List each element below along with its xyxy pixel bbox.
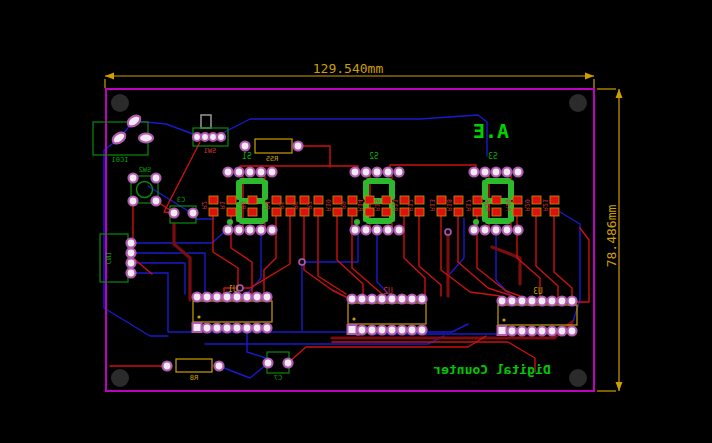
smd-pad: [314, 196, 323, 204]
through-hole-pad: [384, 226, 393, 235]
through-hole-pad: [233, 324, 242, 333]
smd-pad: [286, 196, 295, 204]
mount-hole: [111, 94, 129, 112]
pin1-dot: [352, 317, 355, 320]
through-hole-pad: [518, 327, 527, 336]
through-hole-pad: [418, 326, 427, 335]
through-hole-pad: [243, 293, 252, 302]
smd-pad: [454, 208, 463, 216]
through-hole-pad: [246, 168, 255, 177]
through-hole-pad: [558, 297, 567, 306]
pin1-dot: [502, 318, 505, 321]
through-hole-pad: [395, 168, 404, 177]
through-hole-pad: [268, 226, 277, 235]
display-segment: [236, 202, 242, 222]
smd-pad: [550, 208, 559, 216]
through-hole-pad: [253, 324, 262, 333]
through-hole-pad: [257, 226, 266, 235]
through-hole-pad: [408, 295, 417, 304]
smd-pad: [492, 208, 501, 216]
smd-pad: [333, 196, 342, 204]
through-hole-pad: [398, 295, 407, 304]
mount-hole: [111, 369, 129, 387]
display-segment: [366, 218, 392, 224]
display-segment: [239, 218, 265, 224]
smd-pad: [550, 196, 559, 204]
display-segment: [366, 178, 392, 184]
smd-pad: [300, 196, 309, 204]
through-hole-pad: [481, 168, 490, 177]
dip-ic-outline: [193, 301, 272, 322]
smd-pad: [513, 208, 522, 216]
display-segment: [239, 178, 265, 184]
board-outline: [106, 89, 594, 391]
display-decimal-point: [473, 219, 479, 225]
through-hole-pad: [362, 226, 371, 235]
smd-pad: [415, 196, 424, 204]
component-sw1: [193, 115, 228, 146]
through-hole-pad: [528, 297, 537, 306]
pin1-square-pad: [498, 326, 507, 335]
through-hole-pad: [223, 293, 232, 302]
through-hole-pad: [203, 293, 212, 302]
through-hole-pad: [508, 327, 517, 336]
through-hole-pad: [213, 324, 222, 333]
dip-ic-outline: [498, 305, 577, 325]
component-sw2: [129, 174, 161, 206]
through-hole-pad: [503, 226, 512, 235]
switch-actuator: [201, 115, 211, 128]
through-hole-pad: [203, 324, 212, 333]
component-c7: [264, 352, 293, 373]
smd-pad: [209, 208, 218, 216]
smd-pad: [532, 208, 541, 216]
smd-pad: [513, 196, 522, 204]
smd-pad: [382, 196, 391, 204]
pcb-graphics: [0, 0, 712, 443]
through-hole-pad: [418, 295, 427, 304]
through-hole-pad: [470, 226, 479, 235]
through-hole-pad: [528, 327, 537, 336]
through-hole-pad: [398, 326, 407, 335]
through-hole-pad: [243, 324, 252, 333]
smd-pad: [415, 208, 424, 216]
component-r55: [241, 139, 303, 153]
through-hole-pad: [257, 168, 266, 177]
through-hole-pad: [492, 226, 501, 235]
through-hole-pad: [224, 226, 233, 235]
pin1-dot: [197, 315, 200, 318]
through-hole-pad: [235, 226, 244, 235]
smd-pad: [532, 196, 541, 204]
smd-pad: [272, 208, 281, 216]
through-hole-pad: [470, 168, 479, 177]
power-traces: [174, 224, 572, 338]
display-segment: [236, 180, 242, 200]
through-hole-pad: [253, 293, 262, 302]
through-hole-pad: [223, 324, 232, 333]
pin1-square-pad: [348, 325, 357, 334]
smd-pad: [272, 196, 281, 204]
smd-pad: [400, 208, 409, 216]
display-decimal-point: [227, 219, 233, 225]
through-hole-pad: [514, 168, 523, 177]
pcb-canvas: 129.540mm 78.486mm Digital Counter A.E I…: [0, 0, 712, 443]
smd-pad: [437, 208, 446, 216]
smd-pad: [227, 208, 236, 216]
generated-components: [193, 168, 578, 336]
through-hole-pad: [508, 297, 517, 306]
through-hole-pad: [263, 293, 272, 302]
through-hole-pad: [388, 295, 397, 304]
through-hole-pad: [193, 293, 202, 302]
through-hole-pad: [233, 293, 242, 302]
mounting-holes: [111, 94, 587, 387]
through-hole-pad: [351, 168, 360, 177]
through-hole-pad: [358, 326, 367, 335]
display-segment: [485, 178, 511, 184]
smd-pad: [365, 196, 374, 204]
through-hole-pad: [514, 226, 523, 235]
through-hole-pad: [351, 226, 360, 235]
through-hole-pad: [548, 327, 557, 336]
smd-pad: [437, 196, 446, 204]
through-hole-pad: [378, 326, 387, 335]
through-hole-pad: [518, 297, 527, 306]
smd-pad: [286, 208, 295, 216]
